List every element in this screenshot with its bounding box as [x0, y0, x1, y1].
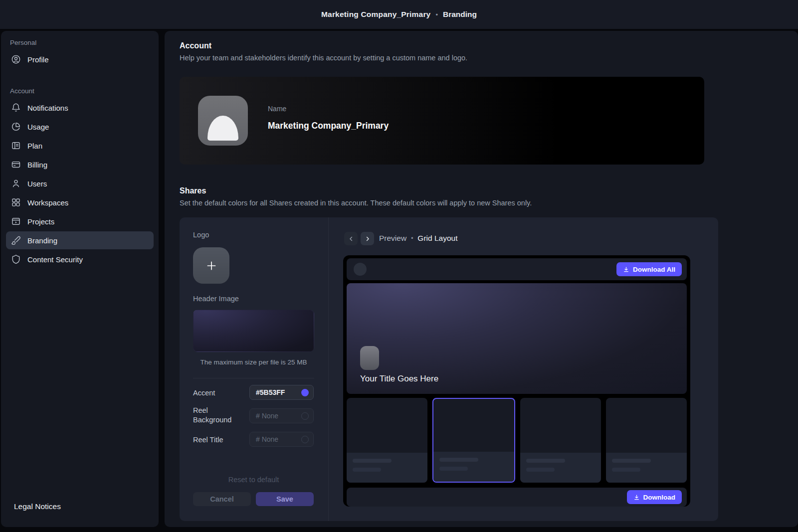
- topbar-section-name: Branding: [443, 10, 477, 19]
- reel-background-label: Reel Background: [193, 406, 243, 425]
- download-all-label: Download All: [633, 266, 675, 273]
- account-logo-placeholder: [198, 96, 248, 146]
- chevron-right-icon: [364, 235, 371, 242]
- preview-toolbar: Download All: [347, 258, 687, 280]
- preview-thumbnail-selected: [432, 398, 515, 483]
- account-section-description: Help your team and stakeholders identify…: [180, 54, 467, 62]
- account-name-value: Marketing Company_Primary: [268, 121, 389, 131]
- preview-logo-placeholder: [360, 346, 379, 370]
- thumbnail-meta-section: [433, 452, 514, 482]
- preview-next-button[interactable]: [361, 232, 374, 245]
- user-icon: [11, 178, 21, 188]
- reset-to-default-link[interactable]: Reset to default: [193, 476, 314, 484]
- skeleton-bar: [439, 467, 468, 471]
- account-name-label: Name: [268, 105, 286, 113]
- account-section-title: Account: [180, 41, 211, 50]
- thumbnail-meta-section: [347, 453, 427, 483]
- reel-title-swatch: [301, 436, 309, 443]
- main-panel: Account Help your team and stakeholders …: [165, 31, 798, 527]
- sidebar-item-label: Users: [27, 179, 47, 188]
- skeleton-bar: [526, 468, 555, 472]
- logo-label: Logo: [193, 231, 209, 239]
- reel-background-color-input[interactable]: # None: [249, 408, 314, 423]
- reel-title-color-input[interactable]: # None: [249, 432, 314, 447]
- settings-sidebar: Personal Profile Account Notifications U…: [1, 31, 159, 527]
- sidebar-item-branding[interactable]: Branding: [6, 231, 154, 249]
- plan-booklet-icon: [11, 141, 21, 151]
- download-icon: [623, 266, 629, 273]
- reel-background-value: # None: [256, 412, 301, 420]
- top-bar: Marketing Company_Primary • Branding: [0, 0, 798, 29]
- accent-color-input[interactable]: #5B53FF: [249, 385, 314, 400]
- skeleton-bar: [353, 459, 392, 463]
- sidebar-item-label: Billing: [27, 161, 47, 169]
- sidebar-item-profile[interactable]: Profile: [6, 50, 154, 68]
- preview-thumbnail: [347, 398, 427, 483]
- sidebar-item-label: Projects: [27, 217, 54, 226]
- user-circle-icon: [11, 54, 21, 64]
- preview-bottom-bar: Download: [347, 488, 687, 507]
- accent-label: Accent: [193, 388, 243, 398]
- skeleton-bar: [612, 459, 651, 463]
- sidebar-item-plan[interactable]: Plan: [6, 137, 154, 155]
- sidebar-item-content-security[interactable]: Content Security: [6, 250, 154, 268]
- skeleton-bar: [353, 468, 381, 472]
- preview-prev-button[interactable]: [344, 232, 358, 245]
- shares-section-title: Shares: [180, 186, 206, 195]
- chevron-left-icon: [348, 235, 355, 242]
- shares-settings-panel: Logo Header Image The maximum size per f…: [180, 217, 718, 521]
- max-file-size-note: The maximum size per file is 25 MB: [193, 358, 314, 366]
- branding-settings-page: Marketing Company_Primary • Branding Per…: [0, 0, 798, 532]
- shield-icon: [11, 254, 21, 264]
- reel-background-swatch: [301, 412, 309, 420]
- header-image-upload-area[interactable]: [193, 310, 314, 352]
- cancel-button[interactable]: Cancel: [193, 492, 251, 506]
- shares-section-description: Set the default colors for all Shares cr…: [180, 199, 532, 207]
- brush-icon: [11, 235, 21, 245]
- sidebar-item-label: Branding: [27, 236, 57, 245]
- preview-hero-banner: Your Title Goes Here: [347, 283, 687, 394]
- download-button[interactable]: Download: [627, 490, 682, 504]
- sidebar-item-notifications[interactable]: Notifications: [6, 99, 154, 117]
- pie-chart-icon: [11, 122, 21, 132]
- bell-icon: [11, 103, 21, 113]
- sidebar-section-account: Account: [10, 87, 159, 95]
- sidebar-item-usage[interactable]: Usage: [6, 118, 154, 136]
- sidebar-item-projects[interactable]: Projects: [6, 212, 154, 230]
- preview-hero-title: Your Title Goes Here: [360, 374, 438, 384]
- preview-thumbnail-grid: [347, 398, 687, 483]
- thumbnail-meta-section: [606, 453, 687, 483]
- preview-title: Preview • Grid Layout: [379, 234, 457, 243]
- preview-label: Preview: [379, 234, 406, 243]
- reel-title-value: # None: [256, 435, 301, 443]
- logo-dome-shape: [207, 116, 238, 141]
- sidebar-item-workspaces[interactable]: Workspaces: [6, 193, 154, 211]
- sidebar-item-label: Content Security: [27, 255, 83, 264]
- preview-thumbnail: [520, 398, 601, 483]
- download-all-button[interactable]: Download All: [616, 262, 682, 276]
- account-identity-card: Name Marketing Company_Primary: [180, 77, 704, 165]
- sidebar-item-label: Notifications: [27, 104, 68, 112]
- share-preview-card: Download All Your Title Goes Here: [343, 255, 690, 507]
- sidebar-item-label: Workspaces: [27, 198, 68, 207]
- topbar-account-name: Marketing Company_Primary: [321, 10, 431, 19]
- preview-separator-dot: •: [411, 235, 413, 242]
- skeleton-bar: [612, 468, 640, 472]
- skeleton-bar: [526, 459, 565, 463]
- accent-color-value: #5B53FF: [256, 388, 301, 396]
- legal-notices-link[interactable]: Legal Notices: [14, 502, 61, 511]
- logo-upload-button[interactable]: [193, 247, 229, 284]
- save-button[interactable]: Save: [256, 492, 314, 506]
- sidebar-item-label: Plan: [27, 142, 42, 150]
- header-image-label: Header Image: [193, 295, 239, 303]
- reel-title-label: Reel Title: [193, 435, 243, 445]
- column-divider: [328, 217, 329, 521]
- layout-name: Grid Layout: [417, 234, 457, 243]
- clapperboard-icon: [11, 216, 21, 226]
- sidebar-item-users[interactable]: Users: [6, 175, 154, 192]
- preview-thumbnail: [606, 398, 687, 483]
- download-label: Download: [643, 494, 676, 501]
- divider: [193, 378, 314, 378]
- sidebar-item-billing[interactable]: Billing: [6, 156, 154, 174]
- topbar-separator-dot: •: [435, 11, 438, 18]
